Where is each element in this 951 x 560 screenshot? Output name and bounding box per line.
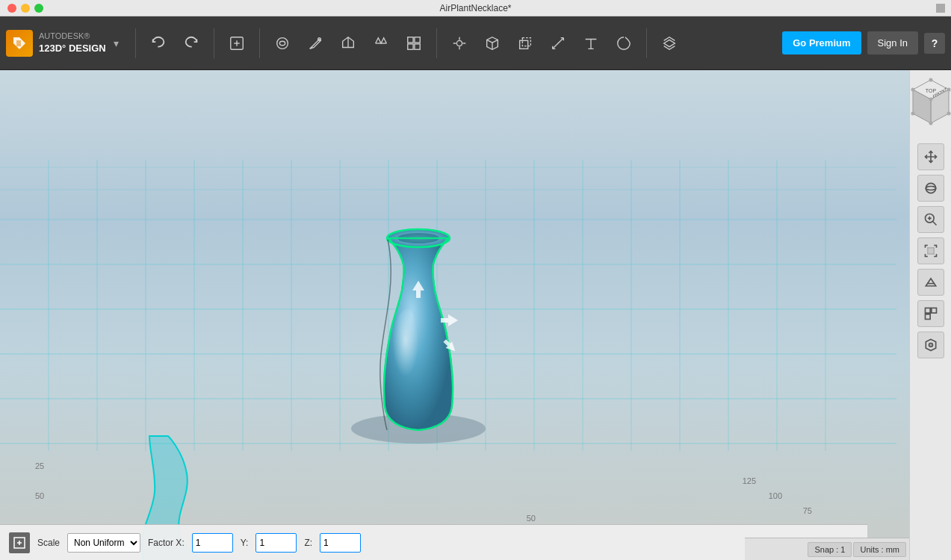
product-name: 123D° DESIGN xyxy=(39,42,106,55)
svg-point-66 xyxy=(929,98,932,102)
svg-point-67 xyxy=(947,112,950,116)
svg-text:TOP: TOP xyxy=(925,88,936,93)
perspective-button[interactable] xyxy=(917,269,944,296)
svg-rect-10 xyxy=(407,43,412,49)
svg-rect-80 xyxy=(925,314,930,320)
axis-label-50-x: 50 xyxy=(527,514,536,523)
svg-rect-17 xyxy=(522,37,530,46)
zoom-button[interactable] xyxy=(917,206,944,233)
scale-label: Scale xyxy=(37,538,60,548)
help-button[interactable]: ? xyxy=(924,33,945,54)
view-cube[interactable]: TOP FRONT xyxy=(910,76,952,136)
snap-status[interactable]: Snap : 1 xyxy=(808,542,852,557)
toolbar-divider-2 xyxy=(214,28,214,58)
toolbar-right: Go Premium Sign In ? xyxy=(782,31,945,55)
svg-marker-53 xyxy=(448,314,458,326)
logo-area: AUTODESK® 123D° DESIGN ▾ xyxy=(6,30,119,57)
material-view-button[interactable] xyxy=(917,332,944,358)
scale-icon xyxy=(9,532,30,553)
svg-rect-52 xyxy=(416,290,421,298)
axis-label-50-y: 25 xyxy=(35,461,44,470)
app-menu-dropdown[interactable]: ▾ xyxy=(114,37,119,49)
axis-label-25-y: 50 xyxy=(35,491,44,500)
modify-button[interactable] xyxy=(366,24,396,63)
maximize-button[interactable] xyxy=(34,4,43,13)
svg-rect-16 xyxy=(519,40,527,49)
svg-point-63 xyxy=(929,78,932,82)
svg-rect-8 xyxy=(407,37,412,42)
add-button[interactable] xyxy=(222,24,252,63)
svg-point-69 xyxy=(929,122,932,125)
scale-toolbar: Scale Non Uniform Uniform Factor X: Y: Z… xyxy=(0,524,867,560)
svg-rect-78 xyxy=(925,308,930,314)
svg-line-73 xyxy=(932,222,936,225)
svg-rect-9 xyxy=(415,37,420,42)
svg-line-18 xyxy=(552,37,563,49)
right-panel: TOP FRONT xyxy=(909,70,951,560)
y-label: Y: xyxy=(241,538,249,548)
factor-x-input[interactable] xyxy=(192,533,233,553)
svg-point-48 xyxy=(391,309,424,399)
svg-point-68 xyxy=(911,112,914,116)
axis-label-125-x: 125 xyxy=(743,476,756,485)
view-preset-button[interactable] xyxy=(917,300,944,327)
svg-rect-11 xyxy=(415,43,420,49)
minimize-button[interactable] xyxy=(21,4,30,13)
signin-button[interactable]: Sign In xyxy=(867,31,918,55)
z-label: Z: xyxy=(304,538,312,548)
toolbar-divider-3 xyxy=(259,28,260,58)
svg-rect-54 xyxy=(441,318,448,323)
boolean-button[interactable] xyxy=(510,24,540,63)
undo-button[interactable] xyxy=(143,24,173,63)
toolbar-divider-5 xyxy=(646,28,647,58)
scale-type-select[interactable]: Non Uniform Uniform xyxy=(67,533,140,553)
svg-point-70 xyxy=(926,183,935,193)
construct-button[interactable] xyxy=(333,24,363,63)
svg-rect-79 xyxy=(931,308,936,314)
svg-point-71 xyxy=(926,187,935,190)
svg-rect-76 xyxy=(927,248,933,254)
vase-3d xyxy=(321,205,515,444)
axis-label-75-x: 75 xyxy=(803,506,812,515)
snap-button[interactable] xyxy=(444,24,474,63)
main-area: 50 25 75 100 125 50 xyxy=(0,70,951,560)
text-button[interactable] xyxy=(576,24,606,63)
factor-y-input[interactable] xyxy=(255,533,297,553)
resize-handle[interactable] xyxy=(936,4,945,13)
orbit-button[interactable] xyxy=(917,175,944,202)
brand-name: AUTODESK® xyxy=(39,31,106,42)
titlebar: AirPlantNecklace* xyxy=(0,0,951,16)
layers-button[interactable] xyxy=(654,24,684,63)
toolbar-divider-1 xyxy=(135,28,136,58)
pattern-button[interactable] xyxy=(399,24,429,63)
window-controls xyxy=(7,4,43,13)
transform-button[interactable] xyxy=(267,24,297,63)
logo-text: AUTODESK® 123D° DESIGN xyxy=(39,31,106,56)
units-status[interactable]: Units : mm xyxy=(853,542,906,557)
window-title: AirPlantNecklace* xyxy=(439,3,511,13)
cube-button[interactable] xyxy=(477,24,507,63)
toolbar-divider-4 xyxy=(436,28,437,58)
premium-button[interactable]: Go Premium xyxy=(782,31,861,55)
material-button[interactable] xyxy=(609,24,639,63)
pan-button[interactable] xyxy=(917,143,944,170)
factor-z-input[interactable] xyxy=(320,533,361,553)
app-logo xyxy=(6,30,33,57)
statusbar: Snap : 1 Units : mm xyxy=(745,538,909,560)
close-button[interactable] xyxy=(7,4,16,13)
svg-line-13 xyxy=(486,40,492,43)
svg-line-14 xyxy=(492,40,498,43)
axis-label-100-x: 100 xyxy=(769,491,782,500)
svg-point-82 xyxy=(929,343,932,347)
svg-point-65 xyxy=(911,88,914,92)
svg-point-12 xyxy=(456,40,462,46)
svg-point-64 xyxy=(947,88,950,92)
svg-point-3 xyxy=(276,37,288,49)
main-toolbar: AUTODESK® 123D° DESIGN ▾ xyxy=(0,16,951,70)
viewport-3d[interactable]: 50 25 75 100 125 50 xyxy=(0,70,909,560)
sketch-button[interactable] xyxy=(300,24,330,63)
fit-view-button[interactable] xyxy=(917,237,944,264)
redo-button[interactable] xyxy=(176,24,206,63)
factor-x-label: Factor X: xyxy=(148,538,185,548)
measure-button[interactable] xyxy=(543,24,573,63)
